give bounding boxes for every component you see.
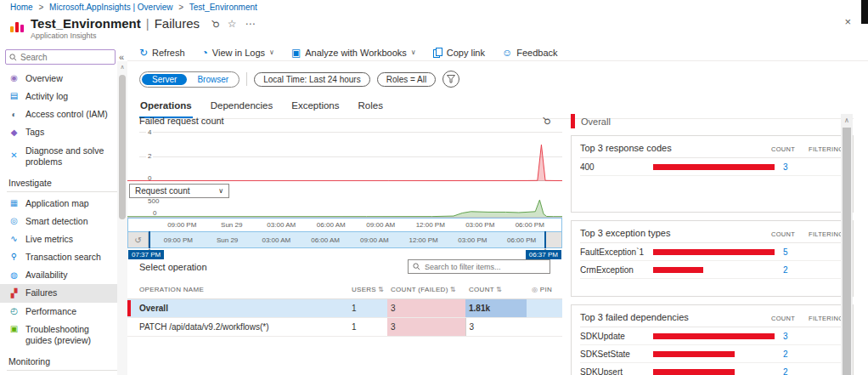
sidebar-item-activity-log[interactable]: ▤Activity log <box>0 88 127 105</box>
breadcrumb-separator: > <box>178 3 183 12</box>
resource-menu-sidebar: « ◉Overview ▤Activity log ◐Access contro… <box>0 44 127 375</box>
sort-icon[interactable]: ⇅ <box>496 286 502 293</box>
chevron-down-icon: ∨ <box>218 187 223 195</box>
divider <box>7 370 121 371</box>
response-code-row[interactable]: 400 3 <box>580 158 844 176</box>
count-link[interactable]: 3 <box>783 332 809 341</box>
breadcrumb-test-environment[interactable]: Test_Environment <box>189 3 257 12</box>
scroll-up-icon[interactable]: ∧ <box>841 114 853 124</box>
brush-tail <box>546 232 561 247</box>
count-link[interactable]: 2 <box>783 265 809 275</box>
sidebar-item-availability[interactable]: ◍Availability <box>0 266 127 284</box>
refresh-button[interactable]: ↻ Refresh <box>139 48 185 58</box>
brush-selection[interactable]: 09:00 PMSun 2903:00 AM06:00 AM09:00 AM12… <box>149 232 546 247</box>
sidebar-item-transaction-search[interactable]: ⚲Transaction search <box>0 248 127 266</box>
sidebar-item-live-metrics[interactable]: ∿Live metrics <box>0 230 127 248</box>
sidebar-item-overview[interactable]: ◉Overview <box>0 70 127 88</box>
brush-handle-left[interactable]: ▲ <box>149 231 150 248</box>
brush-reset-button[interactable]: ↺ <box>128 232 149 247</box>
time-axis: 09:00 PMSun 2903:00 AM06:00 AM09:00 AM12… <box>128 219 561 231</box>
breadcrumb-home[interactable]: Home <box>10 3 33 12</box>
sidebar-item-diagnose[interactable]: ✕Diagnose and solve problems <box>0 142 127 171</box>
count-bar <box>653 333 775 339</box>
browser-toggle-button[interactable]: Browser <box>189 74 237 85</box>
sidebar-scrollbar[interactable]: ∧ <box>117 61 127 375</box>
select-operation-title: Select operation <box>139 262 207 272</box>
add-filter-button[interactable] <box>442 71 459 88</box>
sidebar-item-application-map[interactable]: ▦Application map <box>0 195 127 213</box>
sidebar-item-failures[interactable]: ▞Failures <box>0 284 127 302</box>
roles-filter-pill[interactable]: Roles = All <box>377 72 437 87</box>
analyze-with-workbooks-button[interactable]: ▣ Analyze with Workbooks ∨ <box>291 48 416 58</box>
close-blade-icon[interactable]: × <box>844 15 851 28</box>
main-scrollbar[interactable]: ∧ <box>841 114 853 375</box>
sidebar-scrollbar-thumb[interactable] <box>119 75 126 219</box>
performance-icon: ◴ <box>8 306 20 317</box>
failed-dependency-row[interactable]: SDKUpsert 2 <box>580 363 844 375</box>
tags-icon: ◆ <box>8 128 20 139</box>
table-row-patch-workflows[interactable]: PATCH /api/data/v9.2/workflows(*) 1 3 3 <box>127 318 562 337</box>
sidebar-search-box[interactable] <box>5 49 116 65</box>
sort-icon[interactable]: ⇅ <box>450 286 456 293</box>
availability-icon: ◍ <box>8 270 20 281</box>
request-count-series <box>127 199 562 217</box>
column-header-count[interactable]: COUNT⇅ <box>465 281 527 299</box>
sidebar-item-access-control[interactable]: ◐Access control (IAM) <box>0 105 127 123</box>
brush-handle-right[interactable]: ▲ <box>544 231 546 248</box>
scroll-up-icon[interactable]: ∧ <box>117 61 127 71</box>
request-count-chart[interactable]: 500 0 <box>127 199 562 218</box>
card-top-failed-dependencies: Top 3 failed dependencies COUNTFILTERING… <box>571 304 854 375</box>
column-header-operation-name[interactable]: OPERATION NAME <box>127 281 348 299</box>
sidebar-item-tags[interactable]: ◆Tags <box>0 123 127 141</box>
time-brush[interactable]: 09:00 PMSun 2903:00 AM06:00 AM09:00 AM12… <box>127 218 562 248</box>
count-link[interactable]: 2 <box>783 349 809 359</box>
column-header-users[interactable]: USERS⇅ <box>348 281 387 299</box>
count-link[interactable]: 5 <box>783 247 809 257</box>
sidebar-search-input[interactable] <box>20 53 97 62</box>
count-link[interactable]: 2 <box>783 367 809 375</box>
main-scrollbar-thumb[interactable] <box>843 128 851 375</box>
page-title: Test_Environment <box>31 16 141 31</box>
server-toggle-button[interactable]: Server <box>142 74 187 85</box>
failed-dependency-row[interactable]: SDKSetState 2 <box>580 345 844 363</box>
feedback-button[interactable]: ☺ Feedback <box>502 48 558 58</box>
column-header-count-failed[interactable]: COUNT (FAILED)⇅ <box>387 281 465 299</box>
application-map-icon: ▦ <box>8 198 20 209</box>
bar-track <box>653 369 775 375</box>
sidebar-item-smart-detection[interactable]: ◎Smart detection <box>0 213 127 230</box>
sort-icon[interactable]: ⇅ <box>378 286 384 293</box>
feedback-smiley-icon: ☺ <box>502 48 512 58</box>
sidebar-item-performance[interactable]: ◴Performance <box>0 303 127 321</box>
reset-icon: ↺ <box>134 236 141 245</box>
exception-type-row[interactable]: FaultException`1 5 <box>580 243 844 261</box>
pin-dashboard-icon[interactable]: ⚲ <box>208 16 222 30</box>
exception-type-row[interactable]: CrmException 2 <box>580 261 844 279</box>
breadcrumb-appinsights-overview[interactable]: Microsoft.AppInsights | Overview <box>49 3 172 12</box>
view-in-logs-button[interactable]: ◔ View in Logs ∨ <box>202 48 274 58</box>
metric-dropdown[interactable]: Request count ∨ <box>129 184 229 198</box>
page-subtitle: Application Insights <box>31 31 256 40</box>
pin-cell[interactable] <box>527 299 562 318</box>
favorite-star-icon[interactable]: ☆ <box>228 18 237 30</box>
application-insights-icon <box>10 20 24 32</box>
column-header-pin[interactable]: ◎ PIN <box>527 281 562 299</box>
pin-cell[interactable] <box>527 318 562 337</box>
card-top-response-codes: Top 3 response codes COUNTFILTERING 400 … <box>571 135 854 213</box>
more-options-icon[interactable]: ⋯ <box>245 18 256 30</box>
bar-track <box>653 351 775 357</box>
table-row-overall[interactable]: Overall 1 3 1.81k <box>127 299 562 318</box>
card-top-exception-types: Top 3 exception types COUNTFILTERING Fau… <box>571 220 854 297</box>
operations-table: OPERATION NAME USERS⇅ COUNT (FAILED)⇅ CO… <box>127 281 562 337</box>
time-range-filter-pill[interactable]: Local Time: Last 24 hours <box>254 72 370 87</box>
count-link[interactable]: 3 <box>783 162 809 172</box>
operations-search-input[interactable] <box>425 263 535 271</box>
sidebar-item-troubleshooting-guides[interactable]: ▣Troubleshooting guides (preview) <box>0 321 127 349</box>
copy-link-button[interactable]: Copy link <box>433 48 485 58</box>
search-icon <box>9 54 17 61</box>
failed-request-chart[interactable]: 4 2 0 <box>127 132 562 181</box>
diagnose-icon: ✕ <box>8 151 20 162</box>
failed-dependency-row[interactable]: SDKUpdate 3 <box>580 327 844 345</box>
operations-search-box[interactable] <box>408 259 550 274</box>
pin-chart-icon[interactable]: ⚲ <box>540 114 554 128</box>
command-bar: ↻ Refresh ◔ View in Logs ∨ ▣ Analyze wit… <box>127 44 868 61</box>
